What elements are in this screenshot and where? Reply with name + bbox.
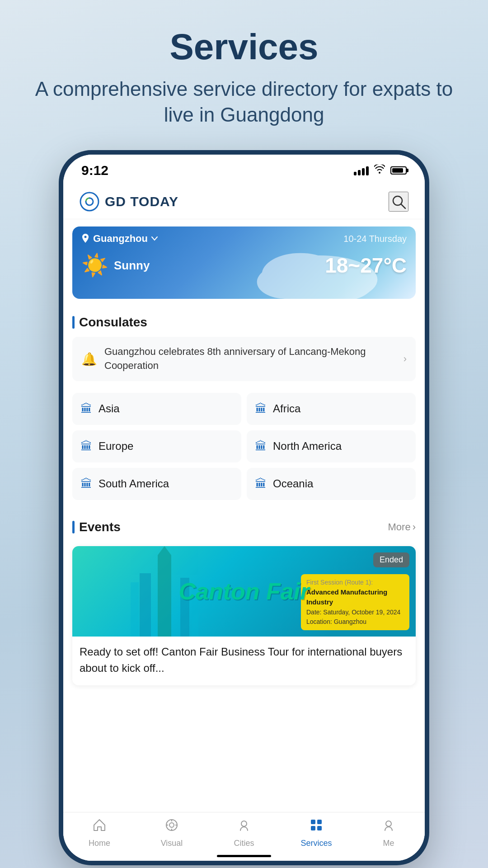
- phone-inner: 9:12: [63, 155, 425, 861]
- events-title: Events: [72, 520, 121, 534]
- me-icon: [381, 818, 396, 836]
- region-south-america-button[interactable]: 🏛 South America: [72, 468, 241, 500]
- nav-services[interactable]: Services: [280, 818, 352, 848]
- nav-me-label: Me: [383, 839, 394, 848]
- bank-icon: 🏛: [255, 439, 267, 453]
- battery-icon: [390, 166, 407, 175]
- bank-icon: 🏛: [255, 477, 267, 491]
- consulates-header: Consulates: [72, 315, 416, 330]
- event-info-title: First Session (Route 1):: [306, 578, 404, 587]
- svg-rect-24: [317, 826, 322, 830]
- nav-home-label: Home: [89, 839, 110, 848]
- event-ended-badge: Ended: [373, 552, 409, 567]
- signal-icon: [354, 165, 369, 175]
- page-header: Services A comprehensive service directo…: [0, 27, 488, 127]
- nav-home[interactable]: Home: [63, 818, 136, 848]
- svg-rect-12: [131, 582, 139, 637]
- event-date: Date: Saturday, October 19, 2024: [306, 608, 404, 617]
- search-button[interactable]: [389, 192, 408, 212]
- consulates-title: Consulates: [72, 315, 147, 330]
- nav-cities-label: Cities: [234, 839, 254, 848]
- chevron-right-icon: ›: [413, 521, 416, 533]
- event-location: Location: Guangzhou: [306, 617, 404, 627]
- event-info-overlay: First Session (Route 1): Advanced Manufa…: [301, 574, 409, 630]
- svg-rect-23: [311, 826, 315, 830]
- svg-rect-10: [140, 573, 151, 637]
- region-grid: 🏛 Asia 🏛 Africa 🏛 Europe 🏛 North America…: [63, 393, 425, 500]
- consulates-section: Consulates 🔔 Guangzhou celebrates 8th an…: [63, 306, 425, 393]
- home-icon: [92, 818, 107, 836]
- services-icon: [309, 818, 324, 836]
- sun-icon: ☀️: [81, 253, 108, 278]
- page-title: Services: [27, 27, 461, 67]
- bank-icon: 🏛: [80, 439, 92, 453]
- event-image: Canton Fair Ended First Session (Route 1…: [72, 546, 416, 637]
- bank-icon: 🏛: [80, 477, 92, 491]
- weather-city: Guangzhou: [93, 233, 148, 245]
- weather-condition-text: Sunny: [114, 259, 150, 273]
- visual-icon: [164, 818, 179, 836]
- status-bar: 9:12: [63, 155, 425, 183]
- chevron-right-icon: ›: [404, 353, 407, 365]
- svg-point-3: [84, 236, 87, 238]
- phone-frame: 9:12: [59, 150, 429, 865]
- region-north-america-button[interactable]: 🏛 North America: [247, 430, 416, 462]
- event-highlight: Advanced Manufacturing Industry: [306, 587, 404, 608]
- region-asia-label: Asia: [99, 402, 120, 415]
- events-header: Events More ›: [72, 520, 416, 534]
- gd-today-logo-icon: [80, 192, 99, 212]
- region-oceania-label: Oceania: [273, 477, 313, 490]
- svg-point-1: [393, 196, 402, 205]
- region-asia-button[interactable]: 🏛 Asia: [72, 393, 241, 425]
- app-name-label: GD TODAY: [105, 194, 178, 209]
- region-europe-label: Europe: [99, 440, 133, 453]
- wifi-icon: [374, 165, 385, 176]
- svg-rect-22: [317, 820, 322, 824]
- status-icons: [354, 165, 407, 176]
- events-more-link[interactable]: More ›: [388, 521, 416, 533]
- home-indicator: [217, 855, 271, 857]
- event-card[interactable]: Canton Fair Ended First Session (Route 1…: [72, 546, 416, 685]
- weather-location: Guangzhou: [81, 233, 158, 245]
- weather-card[interactable]: Guangzhou 10-24 Thursday ☀: [72, 226, 416, 299]
- nav-visual-label: Visual: [161, 839, 183, 848]
- canton-fair-text: Canton Fair: [179, 578, 310, 605]
- svg-point-25: [386, 821, 391, 826]
- region-europe-button[interactable]: 🏛 Europe: [72, 430, 241, 462]
- bottom-nav: Home Visual: [63, 812, 425, 861]
- app-content: GD TODAY Guangz: [63, 183, 425, 861]
- svg-point-7: [257, 265, 315, 299]
- nav-services-label: Services: [300, 839, 332, 848]
- svg-line-2: [401, 204, 405, 208]
- region-north-america-label: North America: [273, 440, 342, 453]
- events-section: Events More ›: [63, 511, 425, 546]
- nav-me[interactable]: Me: [352, 818, 425, 848]
- cities-icon: [237, 818, 251, 836]
- bell-icon: 🔔: [81, 352, 97, 367]
- event-description: Ready to set off! Canton Fair Business T…: [72, 637, 416, 685]
- announcement-item[interactable]: 🔔 Guangzhou celebrates 8th anniversary o…: [72, 337, 416, 381]
- chevron-down-icon: [151, 236, 158, 241]
- region-africa-label: Africa: [273, 402, 300, 415]
- page-subtitle: A comprehensive service directory for ex…: [27, 76, 461, 127]
- region-south-america-label: South America: [99, 477, 169, 490]
- svg-marker-9: [158, 546, 171, 555]
- cloud-bg-icon: [175, 241, 416, 299]
- bank-icon: 🏛: [80, 402, 92, 416]
- nav-visual[interactable]: Visual: [136, 818, 208, 848]
- region-africa-button[interactable]: 🏛 Africa: [247, 393, 416, 425]
- nav-cities[interactable]: Cities: [208, 818, 280, 848]
- svg-point-20: [241, 821, 247, 826]
- svg-rect-8: [158, 555, 171, 637]
- bank-icon: 🏛: [255, 402, 267, 416]
- app-header: GD TODAY: [63, 183, 425, 219]
- svg-rect-21: [311, 820, 315, 824]
- svg-point-0: [80, 193, 99, 211]
- app-logo: GD TODAY: [80, 192, 178, 212]
- announcement-text: Guangzhou celebrates 8th anniversary of …: [104, 345, 396, 373]
- region-oceania-button[interactable]: 🏛 Oceania: [247, 468, 416, 500]
- svg-point-15: [169, 823, 174, 827]
- weather-condition: ☀️ Sunny: [81, 253, 150, 278]
- location-pin-icon: [81, 234, 89, 244]
- status-time: 9:12: [81, 163, 108, 178]
